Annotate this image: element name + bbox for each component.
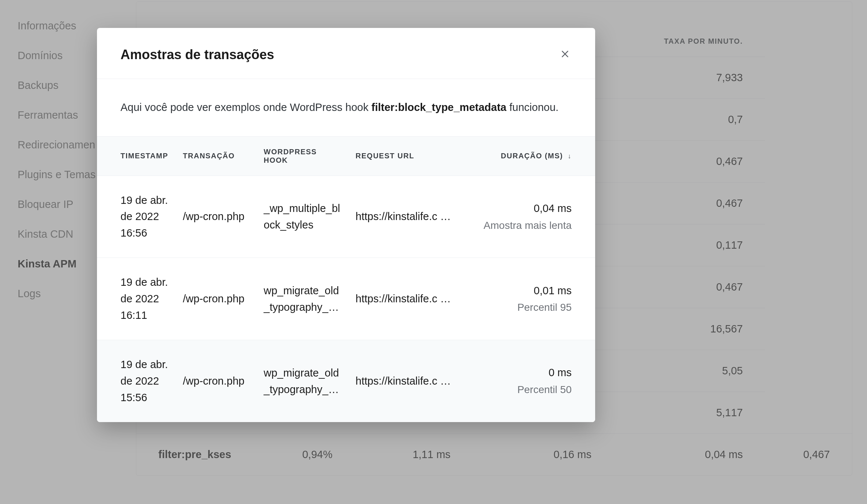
- duracao-value: 0 ms: [548, 367, 572, 378]
- duracao-sublabel: Amostra mais lenta: [477, 217, 572, 233]
- cell-hook: wp_migrate_old_typography_…: [256, 340, 348, 422]
- col-duracao-label: DURAÇÃO (MS): [501, 152, 563, 160]
- sort-desc-icon: ↓: [568, 152, 572, 160]
- duracao-sublabel: Percentil 95: [477, 299, 572, 315]
- samples-table: TIMESTAMP TRANSAÇÃO WORDPRESS HOOK REQUE…: [97, 136, 595, 422]
- modal-overlay[interactable]: Amostras de transações Aqui você pode ve…: [0, 0, 867, 504]
- cell-hook: wp_migrate_old_typography_…: [256, 258, 348, 340]
- cell-url: https://kinstalife.c …: [348, 258, 470, 340]
- cell-url: https://kinstalife.c …: [348, 340, 470, 422]
- col-duracao[interactable]: DURAÇÃO (MS) ↓: [470, 136, 595, 176]
- duracao-value: 0,04 ms: [534, 202, 572, 214]
- close-button[interactable]: [558, 48, 572, 61]
- sample-row[interactable]: 19 de abr. de 2022 15:56 /wp-cron.php wp…: [97, 340, 595, 422]
- app-root: Informações Domínios Backups Ferramentas…: [0, 0, 867, 504]
- cell-duracao: 0,01 ms Percentil 95: [470, 258, 595, 340]
- desc-prefix: Aqui você pode ver exemplos onde WordPre…: [120, 101, 371, 113]
- cell-duracao: 0,04 ms Amostra mais lenta: [470, 176, 595, 258]
- modal-title: Amostras de transações: [120, 47, 274, 62]
- duracao-value: 0,01 ms: [534, 285, 572, 296]
- cell-duracao: 0 ms Percentil 50: [470, 340, 595, 422]
- desc-suffix: funcionou.: [506, 101, 558, 113]
- cell-timestamp: 19 de abr. de 2022 16:56: [97, 176, 176, 258]
- cell-transacao: /wp-cron.php: [176, 340, 256, 422]
- cell-url: https://kinstalife.c …: [348, 176, 470, 258]
- cell-transacao: /wp-cron.php: [176, 176, 256, 258]
- col-timestamp[interactable]: TIMESTAMP: [97, 136, 176, 176]
- col-transacao[interactable]: TRANSAÇÃO: [176, 136, 256, 176]
- desc-hook-name: filter:block_type_metadata: [371, 101, 506, 113]
- cell-transacao: /wp-cron.php: [176, 258, 256, 340]
- sample-row[interactable]: 19 de abr. de 2022 16:11 /wp-cron.php wp…: [97, 258, 595, 340]
- modal-header: Amostras de transações: [97, 28, 595, 79]
- col-wordpress-hook[interactable]: WORDPRESS HOOK: [256, 136, 348, 176]
- cell-timestamp: 19 de abr. de 2022 16:11: [97, 258, 176, 340]
- samples-header-row: TIMESTAMP TRANSAÇÃO WORDPRESS HOOK REQUE…: [97, 136, 595, 176]
- transaction-samples-modal: Amostras de transações Aqui você pode ve…: [97, 28, 595, 422]
- modal-description: Aqui você pode ver exemplos onde WordPre…: [97, 79, 595, 136]
- col-request-url[interactable]: REQUEST URL: [348, 136, 470, 176]
- cell-timestamp: 19 de abr. de 2022 15:56: [97, 340, 176, 422]
- sample-row[interactable]: 19 de abr. de 2022 16:56 /wp-cron.php _w…: [97, 176, 595, 258]
- close-icon: [560, 49, 570, 61]
- cell-hook: _wp_multiple_block_styles: [256, 176, 348, 258]
- duracao-sublabel: Percentil 50: [477, 382, 572, 397]
